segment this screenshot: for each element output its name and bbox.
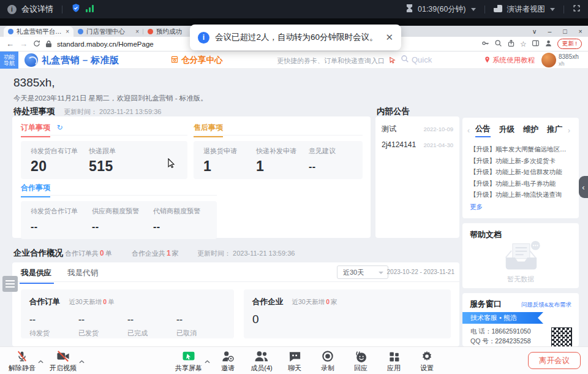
date-range: 2023-10-22 - 2023-11-21 xyxy=(387,269,454,275)
phone-row: 电 话：18662591050 xyxy=(470,327,531,336)
avatar[interactable] xyxy=(541,53,556,67)
settings-button[interactable]: 设置 xyxy=(407,350,447,373)
reload-icon[interactable] xyxy=(33,39,40,50)
tab-weihu[interactable]: 维护 xyxy=(523,124,538,137)
search-icon xyxy=(401,55,409,65)
qr-code xyxy=(551,327,572,346)
chevron-down-icon[interactable] xyxy=(471,8,476,11)
announcement-item[interactable]: 【升级】顺丰发大闸蟹偏远地区不成功问... xyxy=(470,143,571,155)
help-docs-card: 帮助文档 暂无数据 xyxy=(462,223,579,288)
close-icon[interactable]: ✕ xyxy=(385,32,393,43)
companies-count: 0 xyxy=(252,313,442,326)
network-signal-icon[interactable] xyxy=(86,4,94,15)
more-link[interactable]: 更多 xyxy=(470,203,571,212)
maximize-button[interactable]: □ xyxy=(557,26,573,37)
announcement-item[interactable]: 【升级】功能上新-电子券功能 xyxy=(470,178,571,189)
notice-date: 2022-10-09 xyxy=(423,126,453,132)
zoom-icon[interactable] xyxy=(494,39,502,50)
bookmark-star-icon[interactable]: ☆ xyxy=(520,40,527,48)
stat: 退换货申请 1 xyxy=(203,147,256,179)
share-screen-button[interactable]: 共享屏幕 xyxy=(169,350,208,373)
mic-options-chevron[interactable] xyxy=(38,355,43,366)
aftersales-panel: 退换货申请 1 快递补发申请 1 意见建议 -- xyxy=(194,141,363,179)
leave-meeting-button[interactable]: 离开会议 xyxy=(528,352,581,369)
cooperation-header: 合作事项 xyxy=(21,181,217,196)
close-tab-icon[interactable]: × xyxy=(66,28,69,35)
unmute-button[interactable]: 解除静音 xyxy=(2,350,42,373)
collapse-panel-chevron[interactable]: ‹ xyxy=(579,176,588,198)
aftersales-tab[interactable]: 售后事项 xyxy=(194,123,223,137)
tab-supplier[interactable]: 我是供应 xyxy=(21,268,51,278)
tab-agent[interactable]: 我是代销 xyxy=(67,268,98,278)
floating-list-widget[interactable] xyxy=(2,276,18,292)
start-video-button[interactable]: 开启视频 xyxy=(43,350,83,373)
browser-tab-1[interactable]: 礼盒营销平台管理中心 × xyxy=(4,26,74,37)
notice-item[interactable]: 2j4124141 2021-04-30 xyxy=(382,140,453,149)
stat-value: -- xyxy=(153,218,214,232)
service-title: 服务窗口 xyxy=(470,299,502,310)
next-arrow-icon[interactable]: › xyxy=(567,126,571,135)
update-chrome-pill[interactable]: 更新 ! xyxy=(557,39,582,49)
lock-icon[interactable] xyxy=(46,39,51,50)
announcement-item[interactable]: 【升级】功能上新-物流快递查询 xyxy=(470,189,571,200)
system-tutorial-link[interactable]: 系统使用教程 xyxy=(484,56,535,65)
back-icon[interactable]: ← xyxy=(6,40,14,48)
coop-orders-unit: 单 xyxy=(105,250,112,257)
cooperation-group: 合作事项 待发货合作订单 -- 供应商额度预警 -- 代销商额度预警 -- xyxy=(21,181,217,239)
stat-value: -- xyxy=(309,158,361,172)
refresh-icon[interactable]: ↻ xyxy=(56,123,62,132)
key-icon[interactable] xyxy=(481,39,489,50)
prev-arrow-icon[interactable]: ‹ xyxy=(466,126,471,135)
phone-label: 电 话： xyxy=(470,327,491,335)
tab-tuiguang[interactable]: 推广 xyxy=(547,124,562,137)
share-center-link[interactable]: 仓分享中心 xyxy=(170,55,223,66)
phone-value: 18662591050 xyxy=(491,327,530,335)
range-select[interactable]: 近30天 xyxy=(337,265,388,279)
close-tab-icon[interactable]: × xyxy=(135,28,139,35)
shield-check-icon[interactable] xyxy=(71,3,81,15)
notice-item[interactable]: 测试 2022-10-09 xyxy=(382,124,453,134)
split-view-icon[interactable] xyxy=(532,39,540,50)
minimize-button[interactable]: – xyxy=(542,26,557,37)
app-logo[interactable] xyxy=(24,53,38,67)
settings-label: 设置 xyxy=(407,364,447,373)
close-window-button[interactable]: × xyxy=(573,26,588,37)
notice-card: 测试 2022-10-09 2j4124141 2021-04-30 xyxy=(375,116,459,238)
view-mode-selector[interactable]: 演讲者视图 xyxy=(507,4,546,15)
meeting-details-button[interactable]: 会议详情 xyxy=(21,4,53,15)
quick-search-button[interactable]: Quick xyxy=(401,55,432,65)
meeting-timer[interactable]: 01:39(60分钟) xyxy=(418,4,466,15)
announcement-item[interactable]: 【升级】功能上新-短信群发功能 xyxy=(470,166,571,178)
brand-title: 礼盒营销 – 标准版 xyxy=(42,55,119,66)
stat-value: -- xyxy=(31,218,92,232)
function-nav-toggle[interactable]: 功能 导航 xyxy=(0,52,18,69)
coop-comp-label: 合作企业共 xyxy=(132,250,165,257)
chevron-down-icon xyxy=(379,272,383,274)
inc-value: 0 xyxy=(326,298,330,305)
pin-icon xyxy=(484,56,491,65)
fullscreen-icon[interactable] xyxy=(573,4,581,15)
username: 8385xh xh xyxy=(559,53,579,67)
cooperation-tab[interactable]: 合作事项 xyxy=(21,183,50,197)
safe-box-icon xyxy=(170,55,179,66)
screen: i 会议详情 01:39(60分钟) 演讲者视图 礼盒营销平台管理中心 × xyxy=(0,0,588,374)
profile-icon[interactable] xyxy=(545,39,552,50)
stat-value: 1 xyxy=(203,158,256,175)
tab-gonggao[interactable]: 公告 xyxy=(475,124,491,137)
share-icon[interactable] xyxy=(507,39,515,50)
forward-icon[interactable]: → xyxy=(20,40,28,48)
notice-date: 2021-04-30 xyxy=(423,142,453,148)
stat-value: 20 xyxy=(31,158,89,175)
announcement-item[interactable]: 【升级】功能上新-多次提货卡 xyxy=(470,155,571,167)
qq-label: QQ 号： xyxy=(470,337,495,345)
pointer-hand-icon xyxy=(388,56,396,67)
order-items-tab[interactable]: 订单事项 xyxy=(21,123,50,137)
feedback-link[interactable]: 问题反馈&发布需求 xyxy=(521,301,571,309)
browser-tab-2[interactable]: 门店管理中心 × xyxy=(74,26,143,37)
tab-shengji[interactable]: 升级 xyxy=(499,124,514,137)
chevron-down-icon[interactable] xyxy=(550,8,555,11)
greeting-welcome: 今天是2023年11月21日 星期二，欢迎回到礼盒营销 - 标准版。 xyxy=(13,94,208,103)
coop-orders-value: 0 xyxy=(100,249,104,258)
video-options-chevron[interactable] xyxy=(79,355,85,366)
profile-chevron[interactable]: ∨ xyxy=(527,26,542,37)
